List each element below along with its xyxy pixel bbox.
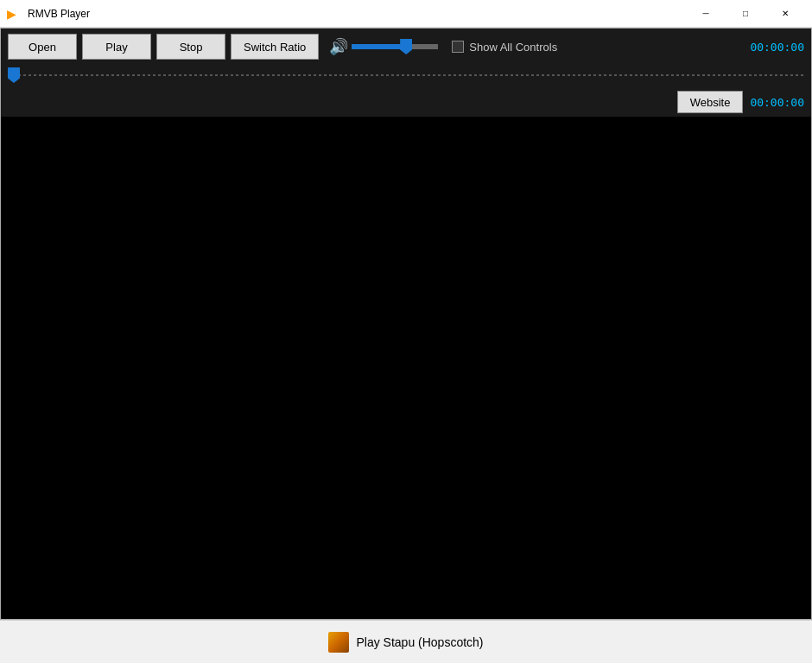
close-button[interactable]: ✕: [765, 0, 805, 28]
show-all-checkbox[interactable]: [452, 41, 464, 53]
title-text: RMVB Player: [28, 8, 686, 20]
show-all-controls-label: Show All Controls: [469, 41, 557, 54]
volume-section: 🔊: [329, 37, 438, 56]
volume-icon: 🔊: [329, 37, 348, 56]
maximize-button[interactable]: □: [726, 0, 765, 28]
stop-button[interactable]: Stop: [156, 34, 225, 60]
footer: Play Stapu (Hopscotch): [0, 620, 812, 663]
progress-handle[interactable]: [8, 67, 20, 83]
volume-slider[interactable]: [352, 44, 438, 49]
video-area: [1, 117, 811, 619]
bottom-bar: Website 00:00:00: [1, 87, 811, 117]
bottom-time: 00:00:00: [750, 96, 804, 109]
app-icon: ▶: [7, 7, 21, 21]
progress-line: [8, 74, 804, 76]
footer-text: Play Stapu (Hopscotch): [356, 635, 483, 649]
toolbar: Open Play Stop Switch Ratio 🔊 Show All C…: [1, 29, 811, 65]
switch-ratio-button[interactable]: Switch Ratio: [231, 34, 319, 60]
show-all-controls[interactable]: Show All Controls: [452, 41, 557, 54]
main-window: Open Play Stop Switch Ratio 🔊 Show All C…: [0, 28, 812, 620]
website-button[interactable]: Website: [677, 91, 744, 113]
elapsed-time: 00:00:00: [750, 41, 804, 54]
window-controls: ─ □ ✕: [686, 0, 805, 28]
title-bar: ▶ RMVB Player ─ □ ✕: [0, 0, 812, 28]
play-button[interactable]: Play: [82, 34, 151, 60]
minimize-button[interactable]: ─: [686, 0, 726, 28]
progress-track[interactable]: [8, 68, 804, 82]
open-button[interactable]: Open: [8, 34, 77, 60]
footer-thumbnail: [328, 632, 349, 653]
progress-area[interactable]: [1, 65, 811, 87]
